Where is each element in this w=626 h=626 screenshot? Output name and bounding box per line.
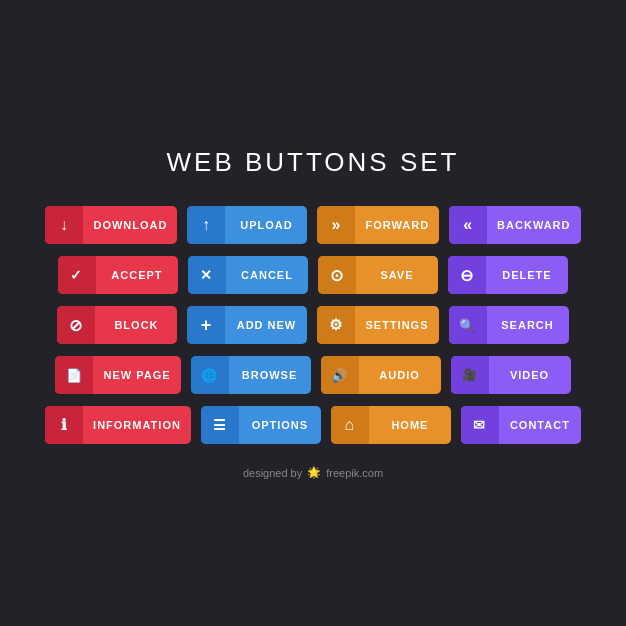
button-row-3: NEW PAGEBROWSEAUDIOVIDEO bbox=[55, 356, 570, 394]
btn-label-browse: BROWSE bbox=[229, 369, 311, 381]
btn-settings[interactable]: SETTINGS bbox=[317, 306, 438, 344]
btn-add-new[interactable]: ADD NEW bbox=[187, 306, 307, 344]
btn-download[interactable]: DOWNLOAD bbox=[45, 206, 177, 244]
upload-icon bbox=[187, 206, 225, 244]
btn-label-cancel: CANCEL bbox=[226, 269, 308, 281]
btn-browse[interactable]: BROWSE bbox=[191, 356, 311, 394]
btn-accept[interactable]: ACCEPT bbox=[58, 256, 178, 294]
settings-icon bbox=[317, 306, 355, 344]
footer-brand: 🌟 bbox=[307, 466, 321, 479]
btn-label-audio: AUDIO bbox=[359, 369, 441, 381]
btn-backward[interactable]: BACKWARD bbox=[449, 206, 580, 244]
buttons-grid: DOWNLOADUPLOADFORWARDBACKWARDACCEPTCANCE… bbox=[45, 206, 581, 444]
save-icon bbox=[318, 256, 356, 294]
search-icon bbox=[449, 306, 487, 344]
information-icon bbox=[45, 406, 83, 444]
options-icon bbox=[201, 406, 239, 444]
btn-label-forward: FORWARD bbox=[355, 219, 439, 231]
btn-options[interactable]: OPTIONS bbox=[201, 406, 321, 444]
page-title: WEB BUTTONS SET bbox=[167, 147, 460, 178]
block-icon bbox=[57, 306, 95, 344]
btn-label-contact: CONTACT bbox=[499, 419, 581, 431]
btn-label-home: HOME bbox=[369, 419, 451, 431]
btn-label-backward: BACKWARD bbox=[487, 219, 580, 231]
btn-label-video: VIDEO bbox=[489, 369, 571, 381]
btn-label-save: SAVE bbox=[356, 269, 438, 281]
button-row-4: INFORMATIONOPTIONSHOMECONTACT bbox=[45, 406, 581, 444]
btn-label-download: DOWNLOAD bbox=[83, 219, 177, 231]
btn-label-block: BLOCK bbox=[95, 319, 177, 331]
home-icon bbox=[331, 406, 369, 444]
btn-label-information: INFORMATION bbox=[83, 419, 191, 431]
forward-icon bbox=[317, 206, 355, 244]
btn-information[interactable]: INFORMATION bbox=[45, 406, 191, 444]
btn-label-accept: ACCEPT bbox=[96, 269, 178, 281]
footer-brand-text: freepik.com bbox=[326, 467, 383, 479]
btn-label-options: OPTIONS bbox=[239, 419, 321, 431]
btn-cancel[interactable]: CANCEL bbox=[188, 256, 308, 294]
video-icon bbox=[451, 356, 489, 394]
btn-new-page[interactable]: NEW PAGE bbox=[55, 356, 180, 394]
cancel-icon bbox=[188, 256, 226, 294]
browse-icon bbox=[191, 356, 229, 394]
btn-label-delete: DELETE bbox=[486, 269, 568, 281]
btn-search[interactable]: SEARCH bbox=[449, 306, 569, 344]
btn-save[interactable]: SAVE bbox=[318, 256, 438, 294]
btn-label-search: SEARCH bbox=[487, 319, 569, 331]
newpage-icon bbox=[55, 356, 93, 394]
accept-icon bbox=[58, 256, 96, 294]
btn-label-add-new: ADD NEW bbox=[225, 319, 307, 331]
btn-contact[interactable]: CONTACT bbox=[461, 406, 581, 444]
button-row-2: BLOCKADD NEWSETTINGSSEARCH bbox=[57, 306, 568, 344]
footer-text: designed by bbox=[243, 467, 302, 479]
footer: designed by 🌟 freepik.com bbox=[243, 466, 383, 479]
contact-icon bbox=[461, 406, 499, 444]
btn-delete[interactable]: DELETE bbox=[448, 256, 568, 294]
btn-label-new-page: NEW PAGE bbox=[93, 369, 180, 381]
addnew-icon bbox=[187, 306, 225, 344]
delete-icon bbox=[448, 256, 486, 294]
button-row-0: DOWNLOADUPLOADFORWARDBACKWARD bbox=[45, 206, 580, 244]
button-row-1: ACCEPTCANCELSAVEDELETE bbox=[58, 256, 568, 294]
btn-forward[interactable]: FORWARD bbox=[317, 206, 439, 244]
btn-video[interactable]: VIDEO bbox=[451, 356, 571, 394]
backward-icon bbox=[449, 206, 487, 244]
btn-upload[interactable]: UPLOAD bbox=[187, 206, 307, 244]
btn-audio[interactable]: AUDIO bbox=[321, 356, 441, 394]
btn-label-settings: SETTINGS bbox=[355, 319, 438, 331]
btn-label-upload: UPLOAD bbox=[225, 219, 307, 231]
audio-icon bbox=[321, 356, 359, 394]
download-icon bbox=[45, 206, 83, 244]
btn-home[interactable]: HOME bbox=[331, 406, 451, 444]
btn-block[interactable]: BLOCK bbox=[57, 306, 177, 344]
